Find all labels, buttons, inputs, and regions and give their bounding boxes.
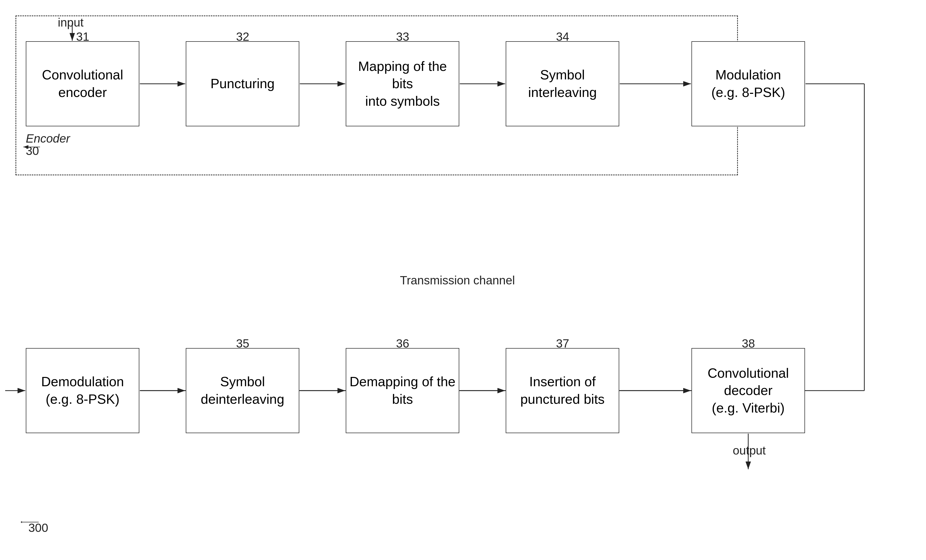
ref-37: 37 xyxy=(556,337,569,350)
demodulation-label: Demodulation(e.g. 8-PSK) xyxy=(41,373,124,408)
transmission-label: Transmission channel xyxy=(400,273,515,287)
conv-encoder-label: Convolutional encoder xyxy=(26,66,139,101)
symbol-interleaving-label: Symbolinterleaving xyxy=(528,66,597,101)
puncturing-block: Puncturing xyxy=(186,41,299,126)
ref-32: 32 xyxy=(236,30,249,44)
ref-31: 31 xyxy=(76,30,89,44)
ref300-arrow xyxy=(21,518,41,526)
conv-decoder-label: Convolutionaldecoder(e.g. Viterbi) xyxy=(707,365,789,417)
ref-34: 34 xyxy=(556,30,569,44)
output-label: output xyxy=(733,444,766,457)
insertion-label: Insertion ofpunctured bits xyxy=(520,373,605,408)
demapping-block: Demapping of thebits xyxy=(346,348,459,433)
insertion-block: Insertion ofpunctured bits xyxy=(506,348,619,433)
conv-decoder-block: Convolutionaldecoder(e.g. Viterbi) xyxy=(691,348,805,433)
diagram-container: Convolutional encoder 31 Puncturing 32 M… xyxy=(0,0,926,560)
conv-encoder-block: Convolutional encoder xyxy=(26,41,139,126)
ref-35: 35 xyxy=(236,337,249,350)
modulation-label: Modulation(e.g. 8-PSK) xyxy=(711,66,785,101)
symbol-interleaving-block: Symbolinterleaving xyxy=(506,41,619,126)
ref-36: 36 xyxy=(396,337,409,350)
demapping-label: Demapping of thebits xyxy=(350,373,455,408)
input-label: input xyxy=(58,15,83,29)
demodulation-block: Demodulation(e.g. 8-PSK) xyxy=(26,348,139,433)
mapping-label: Mapping of the bitsinto symbols xyxy=(346,58,459,110)
modulation-block: Modulation(e.g. 8-PSK) xyxy=(691,41,805,126)
svg-marker-19 xyxy=(21,521,22,523)
puncturing-label: Puncturing xyxy=(210,75,275,92)
symbol-deinterleaving-label: Symboldeinterleaving xyxy=(201,373,284,408)
ref-38: 38 xyxy=(742,337,755,350)
symbol-deinterleaving-block: Symboldeinterleaving xyxy=(186,348,299,433)
ref-33: 33 xyxy=(396,30,409,44)
mapping-block: Mapping of the bitsinto symbols xyxy=(346,41,459,126)
ref30-arrow xyxy=(22,143,42,151)
